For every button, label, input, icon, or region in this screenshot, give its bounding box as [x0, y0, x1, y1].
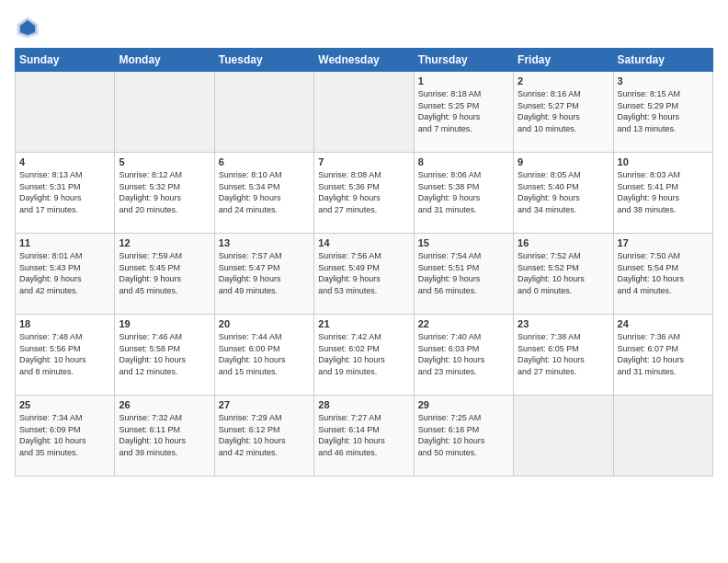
day-info: Sunrise: 8:18 AM Sunset: 5:25 PM Dayligh…: [418, 88, 509, 134]
week-row-4: 18Sunrise: 7:48 AM Sunset: 5:56 PM Dayli…: [16, 315, 713, 396]
day-cell: 12Sunrise: 7:59 AM Sunset: 5:45 PM Dayli…: [115, 234, 214, 315]
day-info: Sunrise: 7:46 AM Sunset: 5:58 PM Dayligh…: [119, 331, 210, 377]
day-info: Sunrise: 7:36 AM Sunset: 6:07 PM Dayligh…: [618, 331, 709, 377]
day-cell: 29Sunrise: 7:25 AM Sunset: 6:16 PM Dayli…: [414, 396, 513, 477]
day-cell: 21Sunrise: 7:42 AM Sunset: 6:02 PM Dayli…: [314, 315, 414, 396]
day-cell: 24Sunrise: 7:36 AM Sunset: 6:07 PM Dayli…: [613, 315, 712, 396]
day-number: 4: [19, 156, 110, 167]
day-cell: 28Sunrise: 7:27 AM Sunset: 6:14 PM Dayli…: [314, 396, 414, 477]
header: [15, 15, 713, 40]
weekday-header-tuesday: Tuesday: [214, 49, 313, 72]
day-cell: 20Sunrise: 7:44 AM Sunset: 6:00 PM Dayli…: [214, 315, 313, 396]
day-cell: 6Sunrise: 8:10 AM Sunset: 5:34 PM Daylig…: [214, 153, 313, 234]
weekday-header-sunday: Sunday: [16, 49, 115, 72]
day-number: 7: [318, 156, 409, 167]
day-cell: [115, 72, 214, 153]
day-info: Sunrise: 8:05 AM Sunset: 5:40 PM Dayligh…: [518, 169, 609, 215]
day-number: 19: [119, 318, 210, 329]
day-number: 20: [219, 318, 310, 329]
day-cell: 3Sunrise: 8:15 AM Sunset: 5:29 PM Daylig…: [613, 72, 712, 153]
day-number: 8: [418, 156, 509, 167]
day-cell: 9Sunrise: 8:05 AM Sunset: 5:40 PM Daylig…: [514, 153, 613, 234]
day-cell: 8Sunrise: 8:06 AM Sunset: 5:38 PM Daylig…: [414, 153, 513, 234]
day-info: Sunrise: 8:13 AM Sunset: 5:31 PM Dayligh…: [19, 169, 110, 215]
day-number: 28: [318, 399, 409, 410]
day-number: 13: [219, 237, 310, 248]
day-number: 25: [19, 399, 110, 410]
day-info: Sunrise: 8:10 AM Sunset: 5:34 PM Dayligh…: [219, 169, 310, 215]
day-info: Sunrise: 7:32 AM Sunset: 6:11 PM Dayligh…: [119, 412, 210, 458]
day-info: Sunrise: 7:27 AM Sunset: 6:14 PM Dayligh…: [318, 412, 409, 458]
week-row-1: 1Sunrise: 8:18 AM Sunset: 5:25 PM Daylig…: [16, 72, 713, 153]
day-number: 21: [318, 318, 409, 329]
logo: [15, 15, 44, 40]
day-number: 3: [618, 75, 709, 86]
day-info: Sunrise: 7:50 AM Sunset: 5:54 PM Dayligh…: [618, 250, 709, 296]
day-cell: 17Sunrise: 7:50 AM Sunset: 5:54 PM Dayli…: [613, 234, 712, 315]
weekday-header-wednesday: Wednesday: [314, 49, 414, 72]
day-info: Sunrise: 7:48 AM Sunset: 5:56 PM Dayligh…: [19, 331, 110, 377]
day-cell: 14Sunrise: 7:56 AM Sunset: 5:49 PM Dayli…: [314, 234, 414, 315]
day-number: 23: [518, 318, 609, 329]
day-info: Sunrise: 7:34 AM Sunset: 6:09 PM Dayligh…: [19, 412, 110, 458]
day-cell: 23Sunrise: 7:38 AM Sunset: 6:05 PM Dayli…: [514, 315, 613, 396]
logo-icon: [15, 15, 40, 40]
day-cell: 19Sunrise: 7:46 AM Sunset: 5:58 PM Dayli…: [115, 315, 214, 396]
day-number: 11: [19, 237, 110, 248]
day-info: Sunrise: 7:25 AM Sunset: 6:16 PM Dayligh…: [418, 412, 509, 458]
day-cell: 27Sunrise: 7:29 AM Sunset: 6:12 PM Dayli…: [214, 396, 313, 477]
day-info: Sunrise: 8:03 AM Sunset: 5:41 PM Dayligh…: [618, 169, 709, 215]
day-number: 26: [119, 399, 210, 410]
week-row-2: 4Sunrise: 8:13 AM Sunset: 5:31 PM Daylig…: [16, 153, 713, 234]
day-cell: [214, 72, 313, 153]
day-cell: 18Sunrise: 7:48 AM Sunset: 5:56 PM Dayli…: [16, 315, 115, 396]
day-cell: 11Sunrise: 8:01 AM Sunset: 5:43 PM Dayli…: [16, 234, 115, 315]
day-info: Sunrise: 7:38 AM Sunset: 6:05 PM Dayligh…: [518, 331, 609, 377]
day-number: 24: [618, 318, 709, 329]
day-number: 29: [418, 399, 509, 410]
day-cell: 26Sunrise: 7:32 AM Sunset: 6:11 PM Dayli…: [115, 396, 214, 477]
day-cell: 25Sunrise: 7:34 AM Sunset: 6:09 PM Dayli…: [16, 396, 115, 477]
weekday-header-thursday: Thursday: [414, 49, 513, 72]
day-number: 22: [418, 318, 509, 329]
day-cell: [613, 396, 712, 477]
weekday-header-row: SundayMondayTuesdayWednesdayThursdayFrid…: [16, 49, 713, 72]
day-cell: 5Sunrise: 8:12 AM Sunset: 5:32 PM Daylig…: [115, 153, 214, 234]
day-info: Sunrise: 7:59 AM Sunset: 5:45 PM Dayligh…: [119, 250, 210, 296]
day-cell: 10Sunrise: 8:03 AM Sunset: 5:41 PM Dayli…: [613, 153, 712, 234]
week-row-3: 11Sunrise: 8:01 AM Sunset: 5:43 PM Dayli…: [16, 234, 713, 315]
day-number: 17: [618, 237, 709, 248]
day-cell: [314, 72, 414, 153]
day-number: 10: [618, 156, 709, 167]
day-number: 9: [518, 156, 609, 167]
day-number: 18: [19, 318, 110, 329]
calendar-table: SundayMondayTuesdayWednesdayThursdayFrid…: [15, 48, 713, 477]
day-number: 27: [219, 399, 310, 410]
day-number: 6: [219, 156, 310, 167]
day-number: 2: [518, 75, 609, 86]
day-info: Sunrise: 7:56 AM Sunset: 5:49 PM Dayligh…: [318, 250, 409, 296]
day-info: Sunrise: 8:16 AM Sunset: 5:27 PM Dayligh…: [518, 88, 609, 134]
day-cell: 13Sunrise: 7:57 AM Sunset: 5:47 PM Dayli…: [214, 234, 313, 315]
day-number: 15: [418, 237, 509, 248]
day-cell: 1Sunrise: 8:18 AM Sunset: 5:25 PM Daylig…: [414, 72, 513, 153]
day-number: 16: [518, 237, 609, 248]
day-number: 12: [119, 237, 210, 248]
weekday-header-saturday: Saturday: [613, 49, 712, 72]
day-info: Sunrise: 8:08 AM Sunset: 5:36 PM Dayligh…: [318, 169, 409, 215]
day-cell: [16, 72, 115, 153]
day-cell: 16Sunrise: 7:52 AM Sunset: 5:52 PM Dayli…: [514, 234, 613, 315]
day-number: 5: [119, 156, 210, 167]
day-cell: 2Sunrise: 8:16 AM Sunset: 5:27 PM Daylig…: [514, 72, 613, 153]
day-cell: 22Sunrise: 7:40 AM Sunset: 6:03 PM Dayli…: [414, 315, 513, 396]
day-cell: 15Sunrise: 7:54 AM Sunset: 5:51 PM Dayli…: [414, 234, 513, 315]
day-info: Sunrise: 8:12 AM Sunset: 5:32 PM Dayligh…: [119, 169, 210, 215]
day-info: Sunrise: 7:29 AM Sunset: 6:12 PM Dayligh…: [219, 412, 310, 458]
day-number: 14: [318, 237, 409, 248]
week-row-5: 25Sunrise: 7:34 AM Sunset: 6:09 PM Dayli…: [16, 396, 713, 477]
day-number: 1: [418, 75, 509, 86]
day-info: Sunrise: 7:40 AM Sunset: 6:03 PM Dayligh…: [418, 331, 509, 377]
weekday-header-friday: Friday: [514, 49, 613, 72]
day-info: Sunrise: 7:52 AM Sunset: 5:52 PM Dayligh…: [518, 250, 609, 296]
day-info: Sunrise: 8:15 AM Sunset: 5:29 PM Dayligh…: [618, 88, 709, 134]
